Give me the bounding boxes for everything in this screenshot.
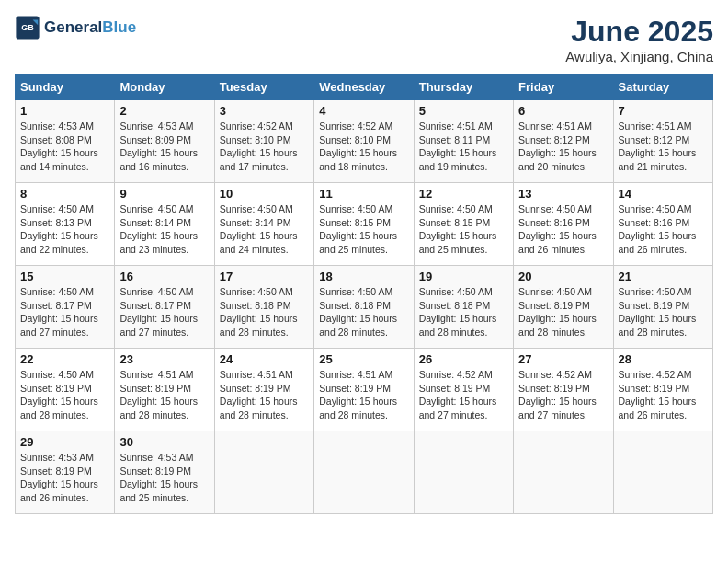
weekday-header-wednesday: Wednesday — [314, 75, 414, 100]
day-number: 14 — [619, 187, 708, 201]
day-number: 19 — [419, 270, 508, 283]
day-number: 17 — [220, 270, 309, 283]
day-cell-29: 29 Sunrise: 4:53 AM Sunset: 8:19 PM Dayl… — [16, 431, 115, 514]
day-cell-23: 23 Sunrise: 4:51 AM Sunset: 8:19 PM Dayl… — [115, 349, 214, 431]
day-info: Sunrise: 4:51 AM Sunset: 8:19 PM Dayligh… — [119, 368, 209, 422]
day-info: Sunrise: 4:50 AM Sunset: 8:15 PM Dayligh… — [419, 202, 508, 257]
day-number: 16 — [119, 270, 209, 283]
day-number: 20 — [518, 270, 608, 283]
day-info: Sunrise: 4:50 AM Sunset: 8:18 PM Dayligh… — [319, 285, 408, 339]
day-number: 11 — [319, 187, 408, 201]
day-info: Sunrise: 4:51 AM Sunset: 8:19 PM Dayligh… — [220, 368, 309, 422]
day-cell-11: 11 Sunrise: 4:50 AM Sunset: 8:15 PM Dayl… — [314, 183, 414, 266]
day-cell-4: 4 Sunrise: 4:52 AM Sunset: 8:10 PM Dayli… — [314, 100, 414, 183]
location-title: Awuliya, Xinjiang, China — [565, 49, 713, 64]
weekday-header-saturday: Saturday — [613, 75, 712, 100]
calendar-week-4: 22 Sunrise: 4:50 AM Sunset: 8:19 PM Dayl… — [16, 349, 713, 431]
calendar-week-5: 29 Sunrise: 4:53 AM Sunset: 8:19 PM Dayl… — [16, 431, 713, 514]
logo: GB GeneralBlue — [15, 15, 136, 40]
day-cell-15: 15 Sunrise: 4:50 AM Sunset: 8:17 PM Dayl… — [16, 266, 115, 349]
day-number: 25 — [319, 352, 408, 366]
day-info: Sunrise: 4:50 AM Sunset: 8:18 PM Dayligh… — [220, 285, 309, 339]
day-info: Sunrise: 4:50 AM Sunset: 8:19 PM Dayligh… — [20, 368, 109, 422]
day-number: 21 — [619, 270, 708, 283]
day-info: Sunrise: 4:50 AM Sunset: 8:19 PM Dayligh… — [518, 285, 608, 339]
title-area: June 2025 Awuliya, Xinjiang, China — [565, 15, 713, 64]
day-info: Sunrise: 4:51 AM Sunset: 8:12 PM Dayligh… — [518, 120, 608, 174]
day-info: Sunrise: 4:50 AM Sunset: 8:15 PM Dayligh… — [319, 202, 408, 257]
day-cell-20: 20 Sunrise: 4:50 AM Sunset: 8:19 PM Dayl… — [514, 266, 613, 349]
day-cell-19: 19 Sunrise: 4:50 AM Sunset: 8:18 PM Dayl… — [414, 266, 513, 349]
weekday-header-sunday: Sunday — [16, 75, 115, 100]
empty-cell — [314, 431, 414, 514]
day-number: 8 — [20, 187, 109, 201]
day-number: 27 — [518, 352, 608, 366]
day-cell-27: 27 Sunrise: 4:52 AM Sunset: 8:19 PM Dayl… — [514, 349, 613, 431]
day-number: 15 — [20, 270, 109, 283]
day-number: 10 — [220, 187, 309, 201]
day-number: 24 — [220, 352, 309, 366]
day-cell-1: 1 Sunrise: 4:53 AM Sunset: 8:08 PM Dayli… — [16, 100, 115, 183]
day-cell-9: 9 Sunrise: 4:50 AM Sunset: 8:14 PM Dayli… — [115, 183, 214, 266]
day-info: Sunrise: 4:50 AM Sunset: 8:14 PM Dayligh… — [119, 202, 209, 257]
day-cell-10: 10 Sunrise: 4:50 AM Sunset: 8:14 PM Dayl… — [214, 183, 313, 266]
day-number: 9 — [119, 187, 209, 201]
day-cell-18: 18 Sunrise: 4:50 AM Sunset: 8:18 PM Dayl… — [314, 266, 414, 349]
day-number: 4 — [319, 104, 408, 118]
day-cell-12: 12 Sunrise: 4:50 AM Sunset: 8:15 PM Dayl… — [414, 183, 513, 266]
weekday-header-thursday: Thursday — [414, 75, 513, 100]
day-cell-30: 30 Sunrise: 4:53 AM Sunset: 8:19 PM Dayl… — [115, 431, 214, 514]
day-cell-26: 26 Sunrise: 4:52 AM Sunset: 8:19 PM Dayl… — [414, 349, 513, 431]
day-info: Sunrise: 4:51 AM Sunset: 8:19 PM Dayligh… — [319, 368, 408, 422]
logo-line2: Blue — [102, 18, 136, 36]
day-number: 18 — [319, 270, 408, 283]
empty-cell — [613, 431, 712, 514]
day-number: 22 — [20, 352, 109, 366]
day-cell-24: 24 Sunrise: 4:51 AM Sunset: 8:19 PM Dayl… — [214, 349, 313, 431]
weekday-header-monday: Monday — [115, 75, 214, 100]
calendar-table: SundayMondayTuesdayWednesdayThursdayFrid… — [15, 74, 713, 514]
day-number: 29 — [20, 435, 109, 449]
day-info: Sunrise: 4:50 AM Sunset: 8:16 PM Dayligh… — [619, 202, 708, 257]
calendar-week-3: 15 Sunrise: 4:50 AM Sunset: 8:17 PM Dayl… — [16, 266, 713, 349]
day-info: Sunrise: 4:50 AM Sunset: 8:16 PM Dayligh… — [518, 202, 608, 257]
day-info: Sunrise: 4:52 AM Sunset: 8:19 PM Dayligh… — [518, 368, 608, 422]
day-info: Sunrise: 4:53 AM Sunset: 8:19 PM Dayligh… — [20, 451, 109, 505]
day-number: 12 — [419, 187, 508, 201]
day-info: Sunrise: 4:52 AM Sunset: 8:10 PM Dayligh… — [319, 120, 408, 174]
day-number: 13 — [518, 187, 608, 201]
day-info: Sunrise: 4:50 AM Sunset: 8:17 PM Dayligh… — [20, 285, 109, 339]
day-cell-2: 2 Sunrise: 4:53 AM Sunset: 8:09 PM Dayli… — [115, 100, 214, 183]
day-number: 6 — [518, 104, 608, 118]
day-number: 7 — [619, 104, 708, 118]
day-number: 5 — [419, 104, 508, 118]
day-cell-7: 7 Sunrise: 4:51 AM Sunset: 8:12 PM Dayli… — [613, 100, 712, 183]
calendar-week-2: 8 Sunrise: 4:50 AM Sunset: 8:13 PM Dayli… — [16, 183, 713, 266]
day-number: 1 — [20, 104, 109, 118]
day-number: 2 — [119, 104, 209, 118]
day-cell-5: 5 Sunrise: 4:51 AM Sunset: 8:11 PM Dayli… — [414, 100, 513, 183]
day-info: Sunrise: 4:50 AM Sunset: 8:18 PM Dayligh… — [419, 285, 508, 339]
day-info: Sunrise: 4:53 AM Sunset: 8:08 PM Dayligh… — [20, 120, 109, 174]
day-info: Sunrise: 4:52 AM Sunset: 8:10 PM Dayligh… — [220, 120, 309, 174]
day-cell-25: 25 Sunrise: 4:51 AM Sunset: 8:19 PM Dayl… — [314, 349, 414, 431]
weekday-header-friday: Friday — [514, 75, 613, 100]
day-cell-28: 28 Sunrise: 4:52 AM Sunset: 8:19 PM Dayl… — [613, 349, 712, 431]
day-cell-22: 22 Sunrise: 4:50 AM Sunset: 8:19 PM Dayl… — [16, 349, 115, 431]
logo-icon: GB — [15, 15, 40, 40]
day-info: Sunrise: 4:50 AM Sunset: 8:19 PM Dayligh… — [619, 285, 708, 339]
day-cell-21: 21 Sunrise: 4:50 AM Sunset: 8:19 PM Dayl… — [613, 266, 712, 349]
empty-cell — [214, 431, 313, 514]
day-info: Sunrise: 4:50 AM Sunset: 8:14 PM Dayligh… — [220, 202, 309, 257]
day-cell-17: 17 Sunrise: 4:50 AM Sunset: 8:18 PM Dayl… — [214, 266, 313, 349]
calendar-week-1: 1 Sunrise: 4:53 AM Sunset: 8:08 PM Dayli… — [16, 100, 713, 183]
day-cell-8: 8 Sunrise: 4:50 AM Sunset: 8:13 PM Dayli… — [16, 183, 115, 266]
weekday-header-tuesday: Tuesday — [214, 75, 313, 100]
day-info: Sunrise: 4:52 AM Sunset: 8:19 PM Dayligh… — [419, 368, 508, 422]
day-info: Sunrise: 4:52 AM Sunset: 8:19 PM Dayligh… — [619, 368, 708, 422]
svg-text:GB: GB — [21, 23, 34, 32]
month-title: June 2025 — [565, 15, 713, 49]
day-cell-13: 13 Sunrise: 4:50 AM Sunset: 8:16 PM Dayl… — [514, 183, 613, 266]
day-number: 30 — [119, 435, 209, 449]
day-cell-16: 16 Sunrise: 4:50 AM Sunset: 8:17 PM Dayl… — [115, 266, 214, 349]
